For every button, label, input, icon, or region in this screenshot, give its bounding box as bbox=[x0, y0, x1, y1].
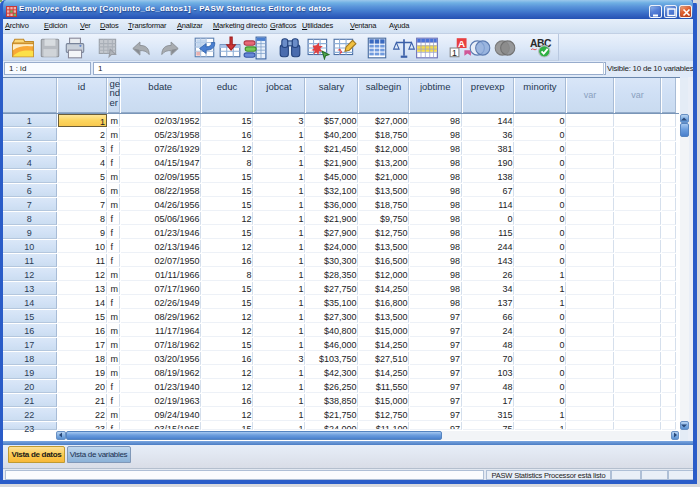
svg-text:1: 1 bbox=[452, 47, 457, 57]
svg-text:A: A bbox=[458, 37, 465, 48]
